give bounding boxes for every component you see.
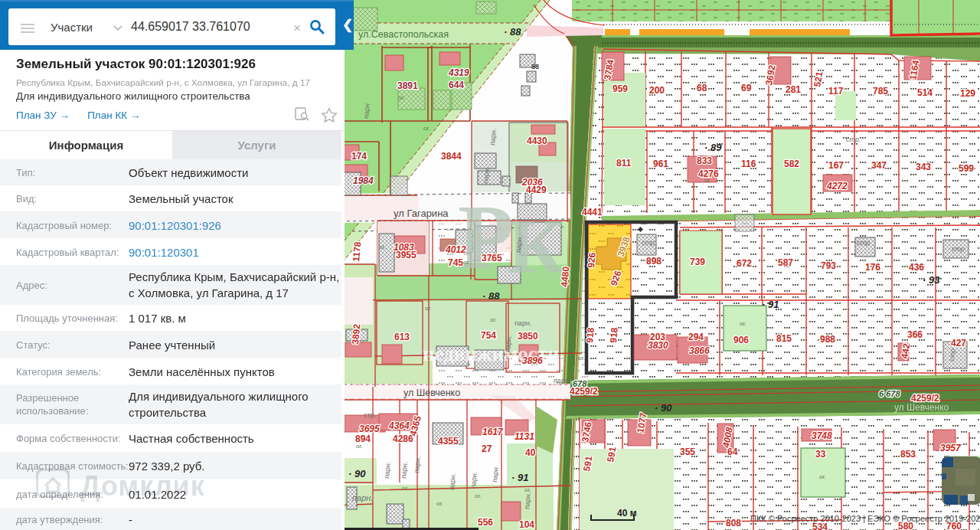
- svg-text:754: 754: [481, 330, 496, 341]
- svg-text:парн: парн: [362, 103, 371, 119]
- svg-text:ог.: ог.: [423, 125, 430, 132]
- svg-text:366: 366: [907, 329, 923, 340]
- svg-text:1984: 1984: [353, 175, 374, 186]
- svg-text:906: 906: [733, 335, 749, 345]
- svg-text:3850: 3850: [518, 331, 538, 342]
- svg-text:ог.: ог.: [490, 316, 497, 323]
- svg-text:33: 33: [815, 449, 826, 460]
- svg-text:355: 355: [680, 447, 695, 457]
- svg-text:Р: Р: [458, 186, 514, 288]
- svg-text:176: 176: [865, 262, 880, 273]
- svg-text:427: 427: [951, 338, 966, 348]
- svg-text:343: 343: [916, 162, 931, 172]
- svg-text:3748: 3748: [812, 430, 832, 441]
- svg-text:4355: 4355: [438, 436, 459, 447]
- svg-text:672: 672: [737, 258, 752, 269]
- svg-text:ог.: ог.: [819, 473, 826, 480]
- svg-text:69: 69: [741, 83, 752, 93]
- svg-text:6 678: 6 678: [879, 389, 900, 398]
- svg-text:129: 129: [960, 88, 975, 99]
- svg-text:811: 811: [616, 158, 632, 168]
- svg-text:3896: 3896: [522, 355, 543, 366]
- svg-text:436: 436: [909, 262, 924, 273]
- svg-text:· 91: · 91: [762, 299, 779, 310]
- svg-text:· 90: · 90: [348, 468, 366, 479]
- svg-text:парн.: парн.: [488, 128, 498, 146]
- svg-text:961: 961: [653, 159, 668, 169]
- svg-text:ул Шевченко: ул Шевченко: [894, 402, 949, 413]
- svg-text:587: 587: [778, 257, 793, 268]
- svg-text:ул.Севастопольская: ул.Севастопольская: [358, 29, 449, 40]
- svg-text:· 89: · 89: [704, 142, 722, 153]
- svg-text:4364: 4364: [388, 420, 410, 431]
- svg-text:стр.: стр.: [846, 136, 861, 143]
- svg-text:стр: стр: [857, 239, 870, 247]
- svg-text:1617: 1617: [482, 427, 504, 437]
- svg-text:514: 514: [917, 87, 933, 98]
- svg-text:4429: 4429: [526, 185, 547, 195]
- svg-text:ул Шевченко: ул Шевченко: [403, 388, 460, 398]
- svg-text:167: 167: [828, 160, 844, 171]
- svg-text:ог.: ог.: [436, 500, 443, 507]
- svg-text:1178: 1178: [351, 241, 363, 262]
- svg-text:ул Гагарина: ул Гагарина: [394, 208, 449, 219]
- svg-text:· 88: · 88: [482, 290, 500, 302]
- svg-text:582: 582: [784, 159, 799, 169]
- svg-text:стр.: стр.: [642, 239, 656, 247]
- svg-text:200: 200: [649, 85, 665, 96]
- svg-text:926: 926: [586, 252, 598, 268]
- svg-text:745: 745: [448, 257, 463, 268]
- svg-text:стр: стр: [952, 245, 965, 253]
- svg-text:4319: 4319: [448, 67, 469, 78]
- svg-text:парн.: парн.: [352, 493, 373, 502]
- svg-text:парн.: парн.: [413, 456, 422, 473]
- svg-text:116: 116: [741, 159, 756, 169]
- svg-text:281: 281: [786, 84, 801, 95]
- svg-text:парн.: парн.: [448, 473, 457, 490]
- svg-text:3957: 3957: [940, 443, 962, 453]
- svg-text:918: 918: [608, 327, 620, 343]
- svg-text:4430: 4430: [527, 136, 547, 146]
- svg-text:стр: стр: [948, 348, 956, 362]
- svg-text:ог.: ог.: [379, 244, 386, 250]
- svg-text:613: 613: [394, 332, 410, 342]
- svg-text:стр.: стр.: [364, 411, 376, 419]
- svg-text:174: 174: [351, 151, 367, 162]
- svg-text:347: 347: [871, 160, 887, 171]
- svg-text:808: 808: [726, 518, 741, 528]
- svg-text:88: 88: [531, 63, 539, 70]
- svg-text:793: 793: [821, 260, 836, 271]
- svg-text:4012: 4012: [445, 244, 466, 255]
- svg-text:556: 556: [478, 517, 493, 528]
- svg-text:3955: 3955: [396, 250, 416, 260]
- svg-text:ог.: ог.: [524, 486, 531, 493]
- svg-text:678: 678: [573, 379, 587, 388]
- svg-text:853: 853: [900, 449, 916, 460]
- svg-text:ог.: ог.: [356, 443, 363, 450]
- svg-text:· 93: · 93: [923, 274, 940, 286]
- svg-text:644: 644: [449, 80, 464, 90]
- svg-text:599: 599: [959, 163, 974, 174]
- svg-text:3844: 3844: [441, 151, 462, 162]
- svg-text:ог.: ог.: [398, 94, 405, 101]
- svg-text:· 90: · 90: [655, 402, 672, 414]
- svg-text:3765: 3765: [482, 253, 502, 263]
- svg-text:ог.: ог.: [463, 259, 470, 266]
- svg-text:парн.: парн.: [504, 335, 513, 352]
- svg-text:959: 959: [612, 83, 628, 94]
- svg-text:117: 117: [828, 86, 844, 97]
- svg-text:1131: 1131: [514, 431, 534, 442]
- svg-text:· 88: · 88: [504, 26, 521, 38]
- svg-text:4441: 4441: [582, 207, 603, 218]
- svg-text:ог.: ог.: [704, 177, 711, 184]
- svg-text:парн.: парн.: [523, 492, 532, 509]
- svg-text:ог.: ог.: [425, 305, 432, 312]
- svg-text:918: 918: [584, 327, 596, 343]
- svg-text:785: 785: [873, 86, 888, 97]
- svg-text:739: 739: [690, 257, 705, 267]
- svg-text:3695: 3695: [359, 424, 380, 434]
- svg-text:4272: 4272: [826, 181, 848, 191]
- svg-text:парн.: парн.: [400, 461, 409, 479]
- svg-text:ог.: ог.: [740, 320, 746, 327]
- svg-text:· 91: · 91: [511, 472, 528, 483]
